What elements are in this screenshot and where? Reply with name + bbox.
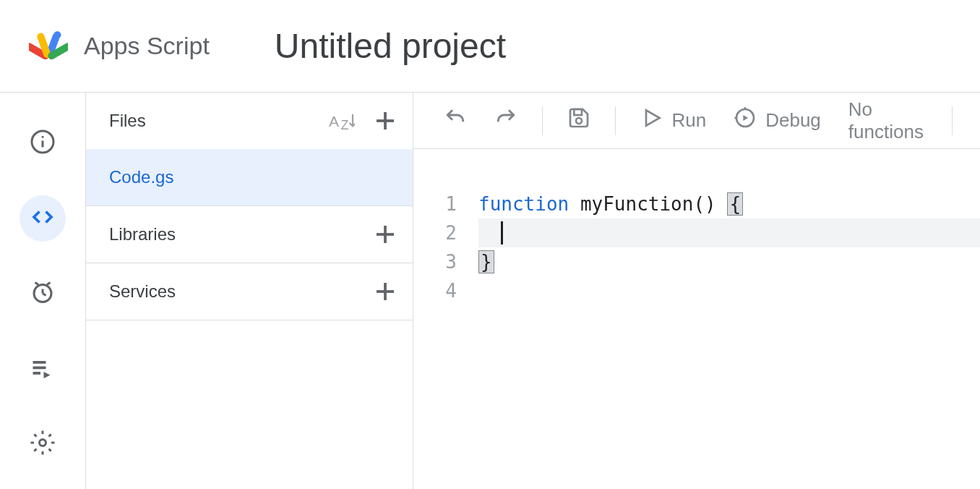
svg-text:A: A xyxy=(329,113,339,129)
editor-toolbar: Run Debug No functions xyxy=(413,93,980,149)
run-label: Run xyxy=(672,109,707,132)
file-sidebar: Files AZ Code.gs Libraries Services xyxy=(86,93,413,489)
svg-point-4 xyxy=(53,31,61,38)
toolbar-divider xyxy=(952,106,953,135)
play-icon xyxy=(640,106,663,135)
toolbar-divider xyxy=(615,106,616,135)
add-library-icon[interactable] xyxy=(372,221,398,247)
file-item-code-gs[interactable]: Code.gs xyxy=(86,149,413,205)
nav-editor[interactable] xyxy=(20,195,66,242)
nav-settings[interactable] xyxy=(20,421,66,467)
sort-az-icon[interactable]: AZ xyxy=(329,111,355,131)
add-file-icon[interactable] xyxy=(372,108,398,134)
redo-icon xyxy=(494,106,517,135)
info-icon xyxy=(30,129,56,158)
code-line[interactable]: 2 xyxy=(413,218,980,247)
nav-triggers[interactable] xyxy=(20,271,66,317)
svg-point-26 xyxy=(576,118,582,124)
add-service-icon[interactable] xyxy=(372,278,398,305)
editor-area: Run Debug No functions 1function myFunct… xyxy=(413,93,980,489)
left-nav xyxy=(0,93,86,489)
svg-rect-13 xyxy=(33,361,46,364)
code-line[interactable]: 1function myFunction() { xyxy=(413,190,980,218)
save-button[interactable] xyxy=(557,101,601,140)
toolbar-divider xyxy=(542,106,543,135)
services-section-title: Services xyxy=(109,281,176,302)
project-title[interactable]: Untitled project xyxy=(275,26,506,66)
function-selector[interactable]: No functions xyxy=(838,93,937,149)
apps-script-logo xyxy=(29,27,68,66)
code-content[interactable] xyxy=(478,276,980,305)
nav-executions[interactable] xyxy=(20,346,66,392)
svg-marker-27 xyxy=(646,110,660,125)
files-section-title: Files xyxy=(109,111,146,131)
files-section: Files AZ Code.gs xyxy=(86,93,413,206)
svg-rect-14 xyxy=(33,367,46,370)
svg-line-10 xyxy=(43,294,46,296)
redo-button[interactable] xyxy=(484,101,528,140)
svg-text:Z: Z xyxy=(341,118,349,131)
nav-overview[interactable] xyxy=(20,120,66,166)
libraries-section: Libraries xyxy=(86,206,413,263)
save-icon xyxy=(567,106,590,135)
gear-icon xyxy=(30,430,56,459)
text-cursor xyxy=(501,221,503,244)
code-line[interactable]: 3} xyxy=(413,247,980,276)
svg-point-7 xyxy=(42,136,44,138)
playlist-icon xyxy=(30,354,56,383)
svg-point-16 xyxy=(40,440,46,446)
undo-icon xyxy=(444,106,467,135)
line-number: 3 xyxy=(413,247,478,276)
code-content[interactable]: function myFunction() { xyxy=(478,190,980,218)
debug-icon xyxy=(734,106,757,135)
function-selector-label: No functions xyxy=(848,98,927,143)
line-number: 2 xyxy=(413,218,478,247)
app-header: Apps Script Untitled project xyxy=(0,0,980,93)
code-line[interactable]: 4 xyxy=(413,276,980,305)
svg-rect-25 xyxy=(574,109,582,115)
run-button[interactable]: Run xyxy=(630,101,717,140)
debug-label: Debug xyxy=(765,109,821,132)
code-icon xyxy=(30,204,56,233)
debug-button[interactable]: Debug xyxy=(723,101,831,140)
code-content[interactable]: } xyxy=(478,247,980,276)
code-content[interactable] xyxy=(478,218,980,247)
clock-icon xyxy=(30,279,56,308)
product-name: Apps Script xyxy=(84,32,210,60)
svg-rect-15 xyxy=(33,372,41,375)
line-number: 1 xyxy=(413,190,478,218)
services-section: Services xyxy=(86,263,413,320)
line-number: 4 xyxy=(413,276,478,305)
svg-line-12 xyxy=(47,283,51,285)
svg-line-11 xyxy=(35,283,39,285)
undo-button[interactable] xyxy=(434,101,477,140)
code-editor[interactable]: 1function myFunction() {2 3}4 xyxy=(413,149,980,489)
libraries-section-title: Libraries xyxy=(109,224,176,244)
